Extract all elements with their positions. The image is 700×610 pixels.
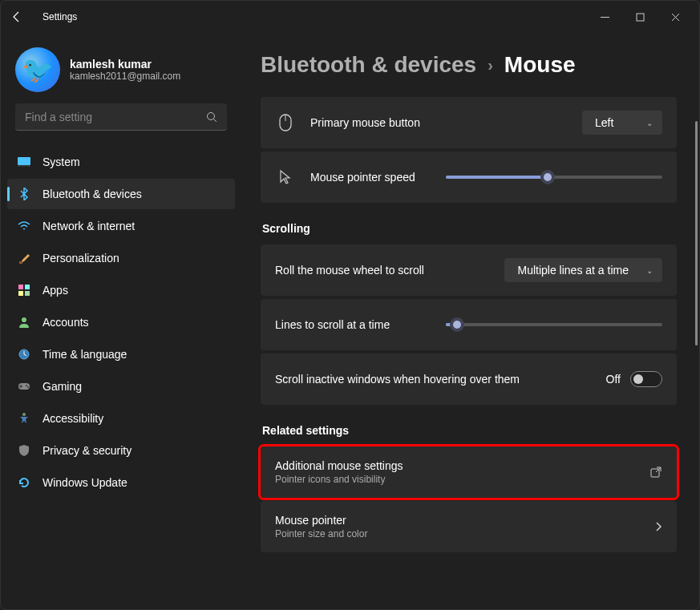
dropdown-value: Left xyxy=(595,116,613,129)
nav-label: Privacy & security xyxy=(42,444,132,457)
breadcrumb: Bluetooth & devices › Mouse xyxy=(261,52,677,78)
title-bar: Settings xyxy=(1,1,699,33)
wifi-icon xyxy=(17,219,31,233)
link-subtitle: Pointer size and color xyxy=(275,528,654,539)
dropdown-value: Multiple lines at a time xyxy=(517,264,629,277)
svg-rect-5 xyxy=(18,165,30,167)
system-icon xyxy=(17,155,31,169)
setting-label: Lines to scroll at a time xyxy=(275,318,446,331)
setting-lines-scroll: Lines to scroll at a time xyxy=(261,299,677,350)
chevron-right-icon: › xyxy=(488,56,493,75)
user-email: kamlesh2011@gmail.com xyxy=(70,71,180,82)
svg-rect-1 xyxy=(637,14,644,21)
setting-wheel-scroll: Roll the mouse wheel to scroll Multiple … xyxy=(261,244,677,296)
sidebar: 🐦 kamlesh kumar kamlesh2011@gmail.com Sy… xyxy=(1,33,241,610)
nav-label: Accounts xyxy=(42,316,89,329)
setting-label: Primary mouse button xyxy=(310,116,582,129)
nav-privacy[interactable]: Privacy & security xyxy=(7,435,235,466)
setting-label: Scroll inactive windows when hovering ov… xyxy=(275,373,606,386)
svg-rect-10 xyxy=(25,291,30,296)
brush-icon xyxy=(17,251,31,265)
link-title: Additional mouse settings xyxy=(275,459,649,472)
mouse-icon xyxy=(275,114,296,131)
nav-label: Accessibility xyxy=(42,412,103,425)
scrollbar[interactable] xyxy=(695,121,698,345)
chevron-down-icon: ⌄ xyxy=(646,119,653,127)
breadcrumb-current: Mouse xyxy=(504,52,576,78)
search-input[interactable] xyxy=(25,111,206,123)
svg-point-14 xyxy=(26,385,27,386)
nav-accounts[interactable]: Accounts xyxy=(7,307,235,337)
svg-point-11 xyxy=(22,317,26,322)
profile[interactable]: 🐦 kamlesh kumar kamlesh2011@gmail.com xyxy=(1,36,241,103)
link-subtitle: Pointer icons and visibility xyxy=(275,474,649,485)
setting-pointer-speed: Mouse pointer speed xyxy=(261,151,677,203)
nav-label: Apps xyxy=(42,284,68,297)
svg-point-16 xyxy=(22,413,26,416)
nav-label: Windows Update xyxy=(42,476,127,489)
svg-rect-7 xyxy=(18,285,23,289)
nav-system[interactable]: System xyxy=(7,147,235,177)
update-icon xyxy=(17,475,31,490)
user-name: kamlesh kumar xyxy=(70,58,180,71)
back-button[interactable] xyxy=(7,7,26,26)
inactive-scroll-toggle[interactable] xyxy=(630,371,662,387)
toggle-state: Off xyxy=(606,373,621,386)
nav-label: System xyxy=(42,156,80,168)
primary-button-dropdown[interactable]: Left ⌄ xyxy=(582,111,662,135)
svg-point-2 xyxy=(208,112,215,119)
section-scrolling: Scrolling xyxy=(262,222,677,235)
nav-bluetooth-devices[interactable]: Bluetooth & devices xyxy=(7,179,235,209)
lines-scroll-slider[interactable] xyxy=(446,323,662,326)
search-icon xyxy=(206,111,217,123)
open-external-icon xyxy=(649,466,662,479)
nav-label: Personalization xyxy=(42,252,119,265)
link-mouse-pointer[interactable]: Mouse pointer Pointer size and color xyxy=(261,501,677,552)
minimize-button[interactable] xyxy=(587,4,622,30)
setting-inactive-scroll: Scroll inactive windows when hovering ov… xyxy=(261,353,677,405)
svg-line-3 xyxy=(214,119,217,122)
nav-label: Gaming xyxy=(42,380,82,393)
chevron-down-icon: ⌄ xyxy=(646,266,653,275)
setting-primary-mouse-button: Primary mouse button Left ⌄ xyxy=(261,97,677,148)
link-title: Mouse pointer xyxy=(275,514,654,527)
nav-network[interactable]: Network & internet xyxy=(7,211,235,241)
nav-apps[interactable]: Apps xyxy=(7,275,235,305)
nav-label: Network & internet xyxy=(42,220,135,232)
clock-icon xyxy=(17,347,31,362)
svg-rect-6 xyxy=(19,261,22,264)
nav-label: Bluetooth & devices xyxy=(42,188,142,200)
nav-list: System Bluetooth & devices Network & int… xyxy=(1,143,241,503)
nav-time-language[interactable]: Time & language xyxy=(7,339,235,370)
svg-rect-8 xyxy=(25,285,30,289)
window-title: Settings xyxy=(38,11,77,22)
chevron-right-icon xyxy=(654,521,662,532)
nav-accessibility[interactable]: Accessibility xyxy=(7,403,235,434)
link-additional-mouse-settings[interactable]: Additional mouse settings Pointer icons … xyxy=(261,446,677,498)
section-related: Related settings xyxy=(262,424,677,437)
cursor-icon xyxy=(275,169,296,185)
bluetooth-icon xyxy=(17,187,31,201)
nav-label: Time & language xyxy=(42,348,127,361)
pointer-speed-slider[interactable] xyxy=(446,176,662,179)
accessibility-icon xyxy=(17,411,31,426)
search-box[interactable] xyxy=(15,103,227,131)
nav-windows-update[interactable]: Windows Update xyxy=(7,467,235,498)
wheel-scroll-dropdown[interactable]: Multiple lines at a time ⌄ xyxy=(504,258,662,282)
apps-icon xyxy=(17,283,31,297)
nav-personalization[interactable]: Personalization xyxy=(7,243,235,273)
shield-icon xyxy=(17,443,31,458)
svg-rect-4 xyxy=(18,157,30,165)
svg-rect-9 xyxy=(18,291,23,296)
nav-gaming[interactable]: Gaming xyxy=(7,371,235,402)
avatar: 🐦 xyxy=(15,47,60,92)
maximize-button[interactable] xyxy=(622,4,658,30)
svg-point-15 xyxy=(27,386,29,388)
breadcrumb-parent[interactable]: Bluetooth & devices xyxy=(261,52,476,78)
person-icon xyxy=(17,315,31,329)
gaming-icon xyxy=(17,379,31,394)
main-content: Bluetooth & devices › Mouse Primary mous… xyxy=(241,33,699,610)
setting-label: Mouse pointer speed xyxy=(310,171,446,184)
close-button[interactable] xyxy=(658,4,693,30)
setting-label: Roll the mouse wheel to scroll xyxy=(275,264,504,277)
